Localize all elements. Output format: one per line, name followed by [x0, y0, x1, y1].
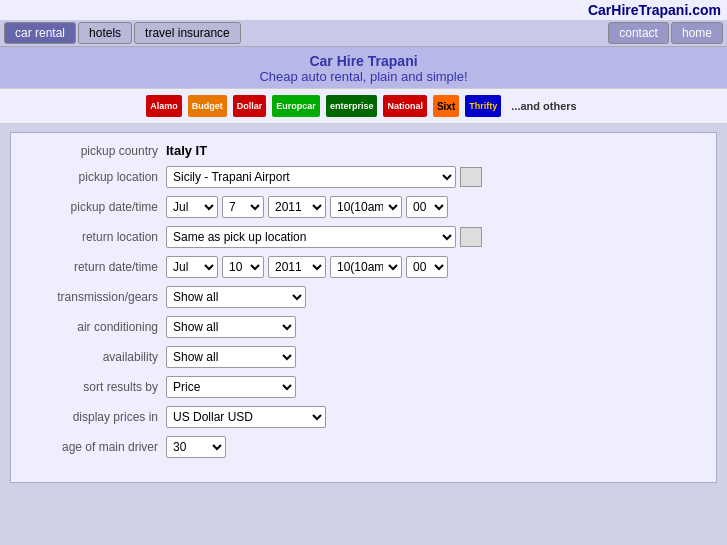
pickup-country-row: pickup country Italy IT: [21, 143, 706, 158]
nav-right: contact home: [608, 22, 723, 44]
page-title: Car Hire Trapani: [0, 53, 727, 69]
page-subtitle: Cheap auto rental, plain and simple!: [0, 69, 727, 84]
availability-row: availability Show all: [21, 346, 706, 368]
return-datetime-value-container: Jul 10 2011 10(10am): 00: [166, 256, 706, 278]
pickup-datetime-value-container: Jul 7 2011 10(10am): 00: [166, 196, 706, 218]
nav-hotels[interactable]: hotels: [78, 22, 132, 44]
pickup-country-label: pickup country: [21, 144, 166, 158]
page-header: Car Hire Trapani Cheap auto rental, plai…: [0, 47, 727, 88]
site-title: CarHireTrapani.com: [0, 0, 727, 20]
nav-left: car rental hotels travel insurance: [4, 22, 241, 44]
return-location-select[interactable]: Same as pick up location: [166, 226, 456, 248]
brands-bar: Alamo Budget Dollar Europcar enterprise …: [0, 88, 727, 124]
transmission-label: transmission/gears: [21, 290, 166, 304]
age-label: age of main driver: [21, 440, 166, 454]
availability-label: availability: [21, 350, 166, 364]
pickup-year-select[interactable]: 2011: [268, 196, 326, 218]
pickup-day-select[interactable]: 7: [222, 196, 264, 218]
aircon-label: air conditioning: [21, 320, 166, 334]
pickup-location-value-container: Sicily - Trapani Airport: [166, 166, 706, 188]
brand-enterprise[interactable]: enterprise: [326, 95, 378, 117]
return-location-info-button[interactable]: [460, 227, 482, 247]
return-location-row: return location Same as pick up location: [21, 226, 706, 248]
return-year-select[interactable]: 2011: [268, 256, 326, 278]
search-form: pickup country Italy IT pickup location …: [10, 132, 717, 483]
pickup-hour-select[interactable]: 10(10am):: [330, 196, 402, 218]
pickup-location-row: pickup location Sicily - Trapani Airport: [21, 166, 706, 188]
transmission-value-container: Show all: [166, 286, 706, 308]
sort-value-container: Price: [166, 376, 706, 398]
prices-value-container: US Dollar USD: [166, 406, 706, 428]
return-hour-select[interactable]: 10(10am):: [330, 256, 402, 278]
brand-others: ...and others: [507, 95, 580, 117]
pickup-country-value: Italy IT: [166, 143, 207, 158]
sort-row: sort results by Price: [21, 376, 706, 398]
aircon-value-container: Show all: [166, 316, 706, 338]
return-datetime-label: return date/time: [21, 260, 166, 274]
age-select[interactable]: 30: [166, 436, 226, 458]
return-datetime-row: return date/time Jul 10 2011 10(10am): 0…: [21, 256, 706, 278]
sort-select[interactable]: Price: [166, 376, 296, 398]
aircon-row: air conditioning Show all: [21, 316, 706, 338]
prices-label: display prices in: [21, 410, 166, 424]
nav-travel-insurance[interactable]: travel insurance: [134, 22, 241, 44]
availability-select[interactable]: Show all: [166, 346, 296, 368]
return-location-label: return location: [21, 230, 166, 244]
return-month-select[interactable]: Jul: [166, 256, 218, 278]
pickup-month-select[interactable]: Jul: [166, 196, 218, 218]
nav-contact[interactable]: contact: [608, 22, 669, 44]
pickup-country-value-container: Italy IT: [166, 143, 706, 158]
transmission-row: transmission/gears Show all: [21, 286, 706, 308]
nav-home[interactable]: home: [671, 22, 723, 44]
transmission-select[interactable]: Show all: [166, 286, 306, 308]
sort-label: sort results by: [21, 380, 166, 394]
pickup-location-label: pickup location: [21, 170, 166, 184]
pickup-location-select[interactable]: Sicily - Trapani Airport: [166, 166, 456, 188]
brand-dollar[interactable]: Dollar: [233, 95, 267, 117]
pickup-min-select[interactable]: 00: [406, 196, 448, 218]
availability-value-container: Show all: [166, 346, 706, 368]
age-row: age of main driver 30: [21, 436, 706, 458]
brand-thrifty[interactable]: Thrifty: [465, 95, 501, 117]
pickup-location-info-button[interactable]: [460, 167, 482, 187]
return-min-select[interactable]: 00: [406, 256, 448, 278]
brand-national[interactable]: National: [383, 95, 427, 117]
return-location-value-container: Same as pick up location: [166, 226, 706, 248]
pickup-datetime-row: pickup date/time Jul 7 2011 10(10am): 00: [21, 196, 706, 218]
prices-row: display prices in US Dollar USD: [21, 406, 706, 428]
return-day-select[interactable]: 10: [222, 256, 264, 278]
aircon-select[interactable]: Show all: [166, 316, 296, 338]
nav-car-rental[interactable]: car rental: [4, 22, 76, 44]
pickup-datetime-label: pickup date/time: [21, 200, 166, 214]
brand-sixt[interactable]: Sixt: [433, 95, 459, 117]
brand-europcar[interactable]: Europcar: [272, 95, 320, 117]
brand-budget[interactable]: Budget: [188, 95, 227, 117]
currency-select[interactable]: US Dollar USD: [166, 406, 326, 428]
top-navigation: car rental hotels travel insurance conta…: [0, 20, 727, 47]
age-value-container: 30: [166, 436, 706, 458]
brand-alamo[interactable]: Alamo: [146, 95, 182, 117]
